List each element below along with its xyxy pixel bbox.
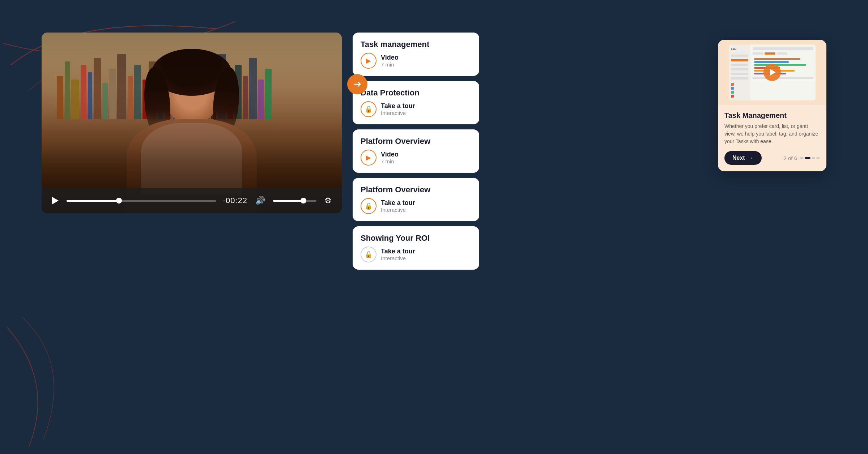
tooltip-card: ckr. — [718, 40, 826, 171]
card-type-data: Take a tour — [381, 102, 415, 110]
step-dot-3 — [812, 157, 815, 159]
card-title-platform-video: Platform Overview — [361, 137, 471, 146]
step-dot-4 — [816, 157, 820, 159]
progress-thumb — [116, 198, 122, 204]
next-label: Next — [732, 155, 745, 161]
card-data-protection[interactable]: Data Protection 🔒 Take a tour Interactiv… — [353, 81, 479, 124]
card-task-management[interactable]: Task management ▶ Video 7 min — [353, 33, 479, 76]
lock-icon-platform-tour: 🔒 — [365, 202, 373, 210]
card-meta-platform-tour: 🔒 Take a tour Interactive — [361, 198, 471, 214]
video-controls: -00:22 🔊 ⚙ — [42, 188, 342, 213]
mini-play-overlay — [718, 40, 826, 105]
volume-fill — [273, 200, 303, 202]
card-type-task: Video — [381, 54, 399, 61]
card-title-roi: Showing Your ROI — [361, 234, 471, 243]
card-type-platform-tour: Take a tour — [381, 199, 415, 207]
card-meta-text-data: Take a tour Interactive — [381, 102, 415, 116]
progress-track[interactable] — [67, 200, 216, 202]
card-meta-roi: 🔒 Take a tour Interactive — [361, 247, 471, 262]
time-display: -00:22 — [223, 196, 247, 205]
video-player: -00:22 🔊 ⚙ — [42, 33, 342, 213]
card-icon-data-protection: 🔒 — [361, 101, 376, 117]
volume-icon: 🔊 — [255, 196, 265, 205]
card-icon-platform-tour: 🔒 — [361, 198, 376, 214]
connector-dot — [347, 74, 367, 94]
lock-icon-roi: 🔒 — [365, 250, 373, 258]
card-meta-task-management: ▶ Video 7 min — [361, 53, 471, 69]
volume-thumb — [301, 198, 306, 204]
volume-track[interactable] — [273, 200, 316, 202]
settings-button[interactable]: ⚙ — [323, 194, 333, 207]
card-meta-text-platform-video: Video 7 min — [381, 151, 399, 164]
card-title-platform-tour: Platform Overview — [361, 185, 471, 194]
card-subtype-task: 7 min — [381, 61, 399, 68]
card-title-data-protection: Data Protection — [361, 88, 471, 98]
card-type-roi: Take a tour — [381, 248, 415, 255]
step-dots — [800, 157, 820, 159]
card-meta-data-protection: 🔒 Take a tour Interactive — [361, 101, 471, 117]
card-platform-overview-tour[interactable]: Platform Overview 🔒 Take a tour Interact… — [353, 178, 479, 221]
tooltip-footer: Next → 2 of 6 — [724, 151, 820, 165]
card-icon-roi: 🔒 — [361, 247, 376, 262]
tooltip-description: Whether you prefer card, list, or gantt … — [724, 123, 820, 145]
cards-panel: Task management ▶ Video 7 min Data Prote… — [353, 33, 479, 270]
card-subtype-platform-video: 7 min — [381, 158, 399, 164]
play-button[interactable] — [50, 195, 60, 206]
step-dot-1 — [800, 157, 804, 159]
step-text: 2 of 6 — [783, 155, 797, 161]
card-roi[interactable]: Showing Your ROI 🔒 Take a tour Interacti… — [353, 226, 479, 270]
next-arrow-icon: → — [748, 155, 754, 161]
card-platform-overview-video[interactable]: Platform Overview ▶ Video 7 min — [353, 129, 479, 173]
tooltip-preview: ckr. — [718, 40, 826, 105]
step-indicator: 2 of 6 — [783, 155, 820, 161]
step-dot-2 — [805, 157, 810, 159]
next-button[interactable]: Next → — [724, 151, 762, 165]
decorative-lines-bottom — [0, 309, 181, 454]
card-meta-text-task: Video 7 min — [381, 54, 399, 68]
mini-play-button[interactable] — [763, 64, 781, 81]
card-meta-text-platform-tour: Take a tour Interactive — [381, 199, 415, 213]
card-meta-text-roi: Take a tour Interactive — [381, 248, 415, 261]
card-meta-platform-video: ▶ Video 7 min — [361, 150, 471, 166]
settings-icon: ⚙ — [324, 196, 332, 205]
play-icon-task: ▶ — [366, 57, 371, 65]
play-icon — [52, 197, 59, 205]
play-icon-platform-video: ▶ — [366, 154, 371, 162]
lock-icon-data-protection: 🔒 — [365, 105, 373, 113]
card-subtype-roi: Interactive — [381, 255, 415, 261]
volume-button[interactable]: 🔊 — [254, 194, 267, 207]
main-layout: -00:22 🔊 ⚙ Task management ▶ — [42, 33, 479, 270]
card-type-platform-video: Video — [381, 151, 399, 158]
card-title-task-management: Task management — [361, 40, 471, 49]
connector-arrow-icon — [353, 80, 361, 88]
card-subtype-data: Interactive — [381, 110, 415, 116]
progress-fill — [67, 200, 119, 202]
card-icon-task-management: ▶ — [361, 53, 376, 69]
card-icon-platform-video: ▶ — [361, 150, 376, 166]
card-subtype-platform-tour: Interactive — [381, 207, 415, 213]
tooltip-body: Task Management Whether you prefer card,… — [718, 105, 826, 171]
mini-play-triangle — [770, 69, 776, 76]
tooltip-title: Task Management — [724, 111, 820, 120]
